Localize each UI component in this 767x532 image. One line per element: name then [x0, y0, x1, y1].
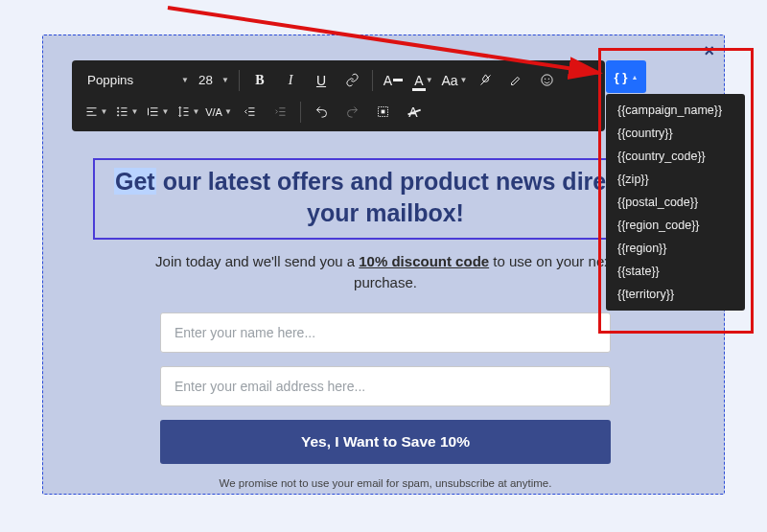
merge-tag-option[interactable]: {{campaign_name}} — [606, 99, 745, 122]
merge-tag-option[interactable]: {{region_code}} — [606, 214, 745, 237]
merge-tag-option[interactable]: {{country_code}} — [606, 145, 745, 168]
toolbar-row-2: ▼ ▼ ▼ ▼ V/A▼ A — [81, 96, 595, 127]
brush-button[interactable] — [501, 67, 530, 94]
line-height-icon — [176, 104, 191, 119]
close-icon[interactable]: × — [704, 41, 714, 61]
font-family-select[interactable]: Poppins▼ — [81, 68, 195, 93]
merge-tags-button[interactable]: { }▲ — [606, 60, 646, 93]
link-button[interactable] — [337, 67, 366, 94]
clear-formatting-button[interactable]: A — [399, 99, 428, 126]
bold-button[interactable]: B — [245, 67, 274, 94]
outdent-icon — [243, 104, 257, 119]
separator — [239, 70, 240, 91]
email-input[interactable] — [160, 366, 611, 406]
subhead-pre: Join today and we'll send you a — [155, 253, 359, 269]
undo-icon — [314, 104, 329, 119]
svg-point-1 — [541, 75, 551, 85]
name-input[interactable] — [160, 312, 611, 353]
indent-icon — [273, 104, 288, 119]
svg-rect-27 — [381, 110, 384, 114]
italic-button[interactable]: I — [276, 67, 305, 94]
line-height-button[interactable]: ▼ — [174, 99, 202, 126]
merge-tag-option[interactable]: {{zip}} — [606, 168, 745, 191]
list-button[interactable]: ▼ — [112, 99, 141, 126]
indent-button[interactable] — [266, 99, 294, 126]
highlight-color-button[interactable]: A▼ — [409, 67, 438, 94]
separator — [300, 102, 301, 123]
svg-point-7 — [117, 107, 118, 108]
no-color-icon — [478, 73, 493, 87]
headline-selected-word: Get — [114, 168, 156, 195]
headline-rest: our latest offers and product news direc… — [156, 168, 657, 226]
merge-tag-option[interactable]: {{country}} — [606, 122, 745, 145]
braces-icon: { } — [614, 70, 627, 84]
emoji-icon — [540, 73, 554, 87]
svg-point-8 — [117, 111, 118, 112]
subheadline[interactable]: Join today and we'll send you a 10% disc… — [131, 251, 639, 293]
align-left-icon — [84, 104, 99, 119]
headline-selection-frame[interactable]: Get our latest offers and product news d… — [93, 158, 678, 240]
separator — [372, 70, 373, 91]
svg-point-3 — [548, 79, 549, 80]
vertical-align-button[interactable]: V/A▼ — [204, 99, 233, 126]
outdent-button[interactable] — [235, 99, 264, 126]
indent-list-icon — [146, 104, 160, 119]
merge-tag-option[interactable]: {{postal_code}} — [606, 191, 745, 214]
link-icon — [345, 73, 360, 87]
undo-button[interactable] — [307, 99, 336, 126]
text-case-button[interactable]: Aa▼ — [440, 67, 469, 94]
subhead-discount: 10% discount code — [359, 253, 489, 269]
underline-button[interactable]: U — [307, 67, 336, 94]
merge-tag-option[interactable]: {{state}} — [606, 260, 745, 283]
toolbar-row-1: Poppins▼ 28▼ B I U A A▼ Aa▼ — [81, 64, 595, 96]
svg-point-2 — [545, 79, 546, 80]
fineprint-text: We promise not to use your email for spa… — [93, 477, 678, 489]
select-all-button[interactable] — [368, 99, 397, 126]
merge-tag-option[interactable]: {{region}} — [606, 237, 745, 260]
merge-tags-dropdown: {{campaign_name}} {{country}} {{country_… — [606, 94, 745, 311]
bullet-list-icon — [115, 104, 129, 119]
popup-content: Get our latest offers and product news d… — [93, 158, 678, 489]
redo-icon — [345, 104, 360, 119]
brush-icon — [509, 73, 523, 87]
submit-button[interactable]: Yes, I Want to Save 10% — [160, 420, 611, 464]
svg-point-9 — [117, 115, 118, 116]
redo-button[interactable] — [337, 99, 366, 126]
align-button[interactable]: ▼ — [81, 99, 110, 126]
clear-color-button[interactable] — [471, 67, 500, 94]
ordered-list-button[interactable]: ▼ — [143, 99, 172, 126]
svg-line-0 — [480, 76, 490, 85]
font-size-select[interactable]: 28▼ — [197, 68, 233, 93]
merge-tag-option[interactable]: {{territory}} — [606, 283, 745, 306]
rich-text-toolbar: Poppins▼ 28▼ B I U A A▼ Aa▼ ▼ ▼ ▼ — [72, 60, 605, 131]
emoji-button[interactable] — [532, 67, 561, 94]
font-color-button[interactable]: A — [379, 67, 407, 94]
headline-text[interactable]: Get our latest offers and product news d… — [105, 166, 666, 228]
select-all-icon — [376, 104, 390, 119]
